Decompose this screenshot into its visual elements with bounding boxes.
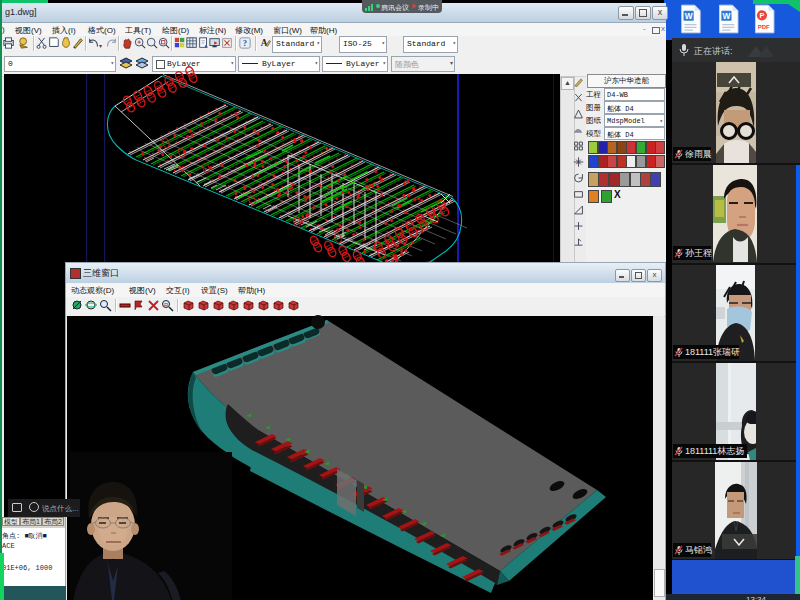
svg-text:P: P [759, 11, 764, 20]
svg-text:R: R [164, 302, 169, 308]
svg-text:PDF: PDF [758, 24, 770, 30]
svg-text:W: W [685, 11, 693, 21]
svg-text:W: W [723, 11, 731, 21]
